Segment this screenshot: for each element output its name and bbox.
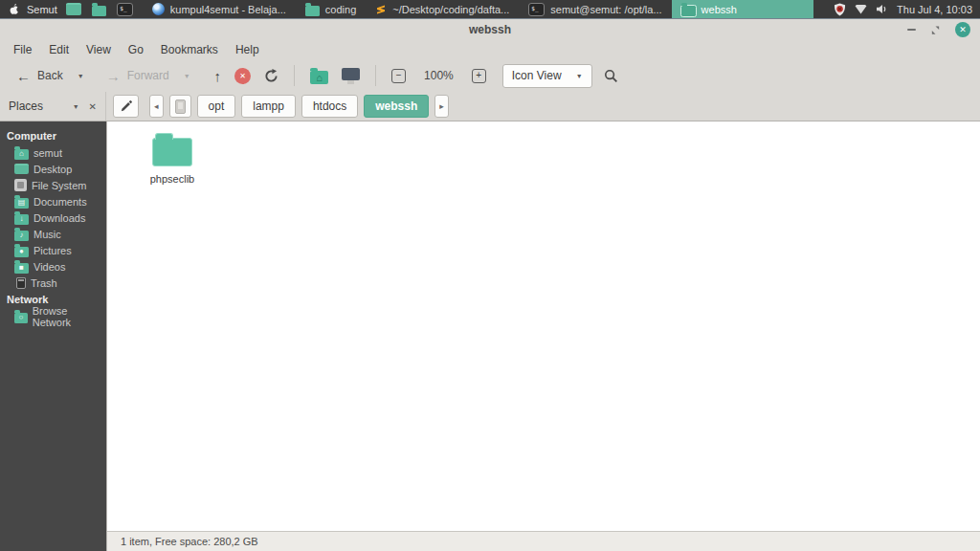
sidebar-item-browse-network[interactable]: ○ Browse Network [0, 308, 106, 324]
home-folder-icon: ⌂ [310, 71, 328, 84]
window-title: webssh [469, 23, 511, 36]
sidebar-item-pictures[interactable]: ● Pictures [0, 242, 106, 258]
sidebar-item-music[interactable]: ♪ Music [0, 226, 106, 242]
downloads-folder-icon: ↓ [14, 214, 29, 225]
panel-left-cluster: Semut $_ [0, 1, 143, 18]
back-button[interactable]: ← Back [10, 63, 70, 88]
wifi-icon[interactable] [855, 5, 867, 14]
menu-go[interactable]: Go [120, 43, 152, 56]
chevron-down-icon[interactable]: ▼ [73, 103, 79, 110]
file-view: phpseclib 1 item, Free space: 280,2 GB [106, 121, 980, 551]
task-browser[interactable]: kumpul4semut - Belaja... [143, 0, 296, 18]
reload-button[interactable] [257, 63, 285, 88]
top-panel: Semut $_ kumpul4semut - Belaja... coding… [0, 0, 980, 19]
menu-file[interactable]: File [5, 43, 40, 56]
pencil-icon [120, 100, 132, 113]
edit-location-button[interactable] [113, 95, 139, 118]
breadcrumb-root-button[interactable] [169, 95, 191, 118]
stop-button[interactable]: ✕ [228, 63, 257, 88]
volume-icon[interactable] [876, 4, 888, 14]
computer-button[interactable] [335, 63, 367, 88]
task-sublime-text[interactable]: ~/Desktop/coding/dafta... [366, 0, 519, 18]
file-name: phpseclib [150, 173, 194, 185]
breadcrumb-opt[interactable]: opt [197, 95, 236, 118]
location-row: Places ▼ ✕ ◂ opt lampp htdocs webssh ▸ [0, 92, 980, 121]
icon-view-area[interactable]: phpseclib [107, 121, 980, 531]
sidebar-item-semut[interactable]: ⌂ semut [0, 144, 106, 161]
task-label: ~/Desktop/coding/dafta... [392, 4, 509, 15]
back-arrow-icon: ← [16, 69, 31, 83]
menu-edit[interactable]: Edit [40, 43, 78, 56]
places-panel-header: Places ▼ ✕ [0, 92, 106, 121]
computer-icon [342, 68, 360, 80]
apple-menu-label[interactable]: Semut [27, 4, 57, 15]
status-indicators: Thu Jul 4, 10:03 [826, 3, 980, 16]
window-body: Computer ⌂ semut Desktop File System ▤ D… [0, 121, 980, 551]
zoom-level[interactable]: 100% [412, 69, 465, 82]
workspace-window-icon[interactable] [64, 1, 83, 18]
reload-icon [264, 69, 278, 83]
minimize-button[interactable] [907, 29, 916, 31]
sidebar-item-desktop[interactable]: Desktop [0, 161, 106, 177]
home-folder-icon: ⌂ [14, 149, 29, 160]
forward-button[interactable]: → Forward [100, 63, 176, 88]
breadcrumb-scroll-right-button[interactable]: ▸ [434, 95, 449, 118]
breadcrumb-webssh-current[interactable]: webssh [364, 95, 429, 118]
status-bar: 1 item, Free space: 280,2 GB [107, 531, 980, 551]
security-shield-icon[interactable] [834, 3, 846, 16]
triangle-right-icon: ▸ [439, 101, 444, 111]
places-close-icon[interactable]: ✕ [89, 101, 97, 112]
file-item-phpseclib[interactable]: phpseclib [122, 129, 222, 185]
menu-bookmarks[interactable]: Bookmarks [152, 43, 227, 56]
videos-folder-icon: ■ [14, 263, 29, 274]
forward-arrow-icon: → [106, 69, 121, 83]
terminal-icon: $_ [528, 3, 545, 16]
sidebar-item-trash[interactable]: Trash [0, 275, 106, 291]
task-webssh-active[interactable]: webssh [672, 0, 813, 18]
task-label: webssh [702, 4, 737, 15]
zoom-out-button[interactable]: − [385, 63, 412, 88]
network-folder-icon: ○ [14, 313, 28, 323]
clock[interactable]: Thu Jul 4, 10:03 [897, 4, 972, 15]
sidebar-item-downloads[interactable]: ↓ Downloads [0, 209, 106, 226]
places-selector[interactable]: Places [9, 99, 73, 113]
breadcrumb: ◂ opt lampp htdocs webssh ▸ [106, 92, 980, 121]
window-titlebar: webssh ✕ [0, 19, 980, 40]
breadcrumb-lampp[interactable]: lampp [241, 95, 296, 118]
home-button[interactable]: ⌂ [303, 63, 335, 88]
close-button[interactable]: ✕ [955, 22, 970, 37]
menu-view[interactable]: View [78, 43, 120, 56]
menu-help[interactable]: Help [227, 43, 268, 56]
desktop-icon [14, 164, 29, 174]
toolbar-separator [294, 65, 295, 86]
sublime-text-icon [375, 3, 387, 15]
back-history-dropdown[interactable]: ▼ [70, 63, 92, 88]
sidebar-item-videos[interactable]: ■ Videos [0, 258, 106, 275]
file-manager-launcher-icon[interactable] [90, 1, 109, 18]
forward-history-dropdown[interactable]: ▼ [176, 63, 198, 88]
chevron-down-icon: ▼ [576, 73, 583, 79]
search-icon [604, 69, 618, 83]
breadcrumb-htdocs[interactable]: htdocs [301, 95, 358, 118]
trash-icon [16, 277, 26, 289]
up-arrow-icon: ↑ [214, 69, 222, 83]
sidebar-item-documents[interactable]: ▤ Documents [0, 193, 106, 209]
sidebar-item-file-system[interactable]: File System [0, 177, 106, 193]
drive-icon [175, 99, 186, 114]
restore-button[interactable] [930, 25, 941, 35]
folder-icon [305, 6, 320, 16]
search-button[interactable] [604, 69, 618, 83]
task-terminal[interactable]: $_ semut@semut: /opt/la... [519, 0, 671, 18]
folder-icon [152, 138, 192, 166]
view-mode-select[interactable]: Icon View ▼ [502, 64, 592, 88]
apple-menu-icon[interactable] [7, 3, 20, 16]
desktop-screen: Semut $_ kumpul4semut - Belaja... coding… [0, 0, 980, 551]
terminal-launcher-icon[interactable]: $_ [116, 1, 135, 18]
task-coding-folder[interactable]: coding [296, 0, 366, 18]
zoom-in-button[interactable]: + [465, 63, 493, 88]
window-controls: ✕ [907, 19, 970, 40]
toolbar: ← Back ▼ → Forward ▼ ↑ ✕ ⌂ [0, 59, 980, 92]
up-button[interactable]: ↑ [208, 63, 229, 88]
breadcrumb-scroll-left-button[interactable]: ◂ [149, 95, 164, 118]
menu-bar: File Edit View Go Bookmarks Help [0, 40, 980, 59]
